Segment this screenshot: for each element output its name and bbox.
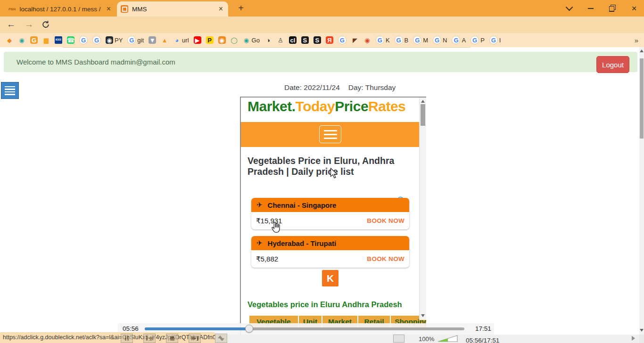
reload-icon[interactable] (41, 20, 50, 31)
seek-thumb[interactable] (245, 325, 253, 333)
total-time: 17:51 (475, 325, 491, 332)
book-now-button[interactable]: BOOK NOW (367, 255, 405, 262)
bookmark-google-b[interactable]: GB (395, 36, 409, 44)
bookmark-orange-g[interactable]: G (30, 36, 38, 44)
welcome-text: Welcome to MMS Dashboard madmin@gmail.co… (17, 52, 175, 72)
google-n-icon: G (433, 36, 441, 44)
flight-ad-1[interactable]: ✈ Chennai - Singapore ₹15,931 BOOK NOW (251, 198, 409, 229)
speaker-icon[interactable] (437, 334, 460, 343)
frame-scrollbar[interactable] (419, 98, 426, 320)
flight-ad-2[interactable]: ✈ Hyderabad - Tirupati ₹5,882 BOOK NOW (251, 236, 409, 268)
bookmark-label: Go (252, 37, 260, 44)
bookmark-p-yellow[interactable]: P (206, 36, 214, 44)
player-option-box[interactable] (393, 335, 405, 343)
player-transport-controls (121, 334, 227, 343)
scroll-up-icon[interactable] (421, 100, 425, 103)
forward-icon[interactable]: → (25, 19, 33, 30)
bookmark-google-git[interactable]: Ggit (127, 36, 144, 44)
scroll-down-icon[interactable] (421, 314, 425, 317)
tab-phpmyadmin[interactable]: PMA localhost / 127.0.0.1 / mess / use × (5, 2, 116, 16)
seek-track[interactable] (145, 327, 464, 330)
bookmark-label: M (423, 37, 428, 44)
swirl-teal-icon: ◉ (18, 36, 25, 44)
scroll-down-icon[interactable] (640, 329, 644, 332)
site-brand-title: Market.TodayPriceRates (248, 98, 405, 114)
bookmark-kite[interactable]: ◆ (6, 36, 13, 44)
url-swirl-icon: ◕ (173, 36, 181, 44)
market-site-frame: Market.TodayPriceRates Vegetables Price … (240, 97, 426, 343)
ad-header: ✈ Chennai - Singapore (251, 198, 409, 212)
bookmark-google-g-3[interactable]: G (338, 36, 347, 44)
logout-button[interactable]: Logout (596, 56, 629, 73)
penguin-icon: ◑ (264, 36, 272, 44)
bookmark-plane-dark[interactable]: ◤ (351, 36, 359, 44)
new-tab-button[interactable]: + (235, 2, 247, 14)
bookmark-whatsapp[interactable]: ☎ (67, 36, 74, 44)
site-navbar-toggle-button[interactable] (319, 125, 341, 143)
bookmark-cl-black[interactable]: cl (289, 36, 297, 44)
pause-button[interactable] (121, 334, 133, 343)
tab-close-icon[interactable]: × (105, 5, 112, 13)
bookmarks-overflow-chevron[interactable]: » (635, 33, 638, 47)
page-scrollbar[interactable] (639, 47, 644, 335)
ad-price: ₹5,882 (256, 255, 278, 263)
play-arrow-icon[interactable] (632, 336, 635, 341)
back-icon[interactable]: ← (7, 19, 16, 30)
page-scrollbar-thumb[interactable] (640, 58, 644, 139)
bookmark-camera-orange[interactable]: ◉ (218, 36, 226, 44)
bookmark-google-m[interactable]: GM (413, 36, 428, 44)
bookmark-archive-gray[interactable]: ▼ (149, 36, 156, 44)
bookmark-swirl-teal[interactable]: ◉ (18, 36, 25, 44)
frame-scrollbar-thumb[interactable] (421, 104, 425, 126)
brand-segment: Rates (368, 98, 405, 114)
pma-sail-icon: ▲ (161, 36, 168, 44)
tab-close-icon[interactable]: × (217, 5, 224, 13)
tab-title: localhost / 127.0.0.1 / mess / use (20, 6, 101, 13)
bookmark-analytics-bars[interactable]: ▆ (42, 36, 50, 44)
bookmark-youtube[interactable]: ▶ (194, 36, 201, 44)
next-button[interactable] (189, 334, 201, 343)
sidebar-menu-button[interactable] (1, 82, 19, 99)
bookmark-pma-sail[interactable]: ▲ (161, 36, 168, 44)
book-now-button[interactable]: BOOK NOW (367, 217, 405, 224)
previous-button[interactable] (143, 334, 156, 343)
google-b-icon: G (395, 36, 403, 44)
bookmark-label: url (182, 37, 189, 44)
archive-gray-icon: ▼ (149, 36, 156, 44)
bookmarks-bar: ◆◉G▆IEEE☎GG◉PYGgit▼▲◕url▶P◉◯◉Go◑♙clSSЯG◤… (0, 33, 644, 47)
github-icon: ◉ (106, 36, 113, 44)
brand-segment: Today (296, 98, 335, 114)
google-g-2-icon: G (92, 36, 101, 44)
window-close-button[interactable]: × (627, 0, 641, 16)
bookmark-github[interactable]: ◉PY (106, 36, 123, 44)
bookmark-google-g-2[interactable]: G (92, 36, 101, 44)
swirl-teal-2-icon: ◉ (243, 36, 250, 44)
bookmark-google-n[interactable]: GN (433, 36, 447, 44)
stop-button[interactable] (166, 334, 178, 343)
bookmark-red-eye[interactable]: ◉ (363, 36, 371, 44)
bookmark-penguin[interactable]: ◑ (264, 36, 272, 44)
bookmark-yandex[interactable]: Я (326, 36, 333, 44)
playlist-button[interactable] (215, 334, 227, 343)
bookmark-url-swirl[interactable]: ◕url (173, 36, 189, 44)
bookmark-ieee[interactable]: IEEE (55, 36, 62, 44)
bookmark-google-p[interactable]: GP (471, 36, 485, 44)
bookmark-google-g-1[interactable]: G (79, 36, 88, 44)
bookmark-google-k[interactable]: GK (376, 36, 390, 44)
runner-icon: ♙ (277, 36, 284, 44)
brand-segment: Market. (248, 98, 296, 114)
green-ring-icon: ◯ (231, 36, 238, 44)
bookmark-s-dark-1[interactable]: S (301, 36, 309, 44)
window-restore-button[interactable] (605, 0, 619, 16)
kite-icon: ◆ (6, 36, 13, 44)
window-minimize-button[interactable] (584, 0, 598, 16)
bookmark-runner[interactable]: ♙ (277, 36, 284, 44)
bookmark-swirl-teal-2[interactable]: ◉Go (243, 36, 260, 44)
bookmark-s-dark-2[interactable]: S (314, 36, 321, 44)
bookmark-google-a[interactable]: GA (452, 36, 466, 44)
tab-mms-active[interactable]: MMS × (117, 1, 228, 16)
bookmark-green-ring[interactable]: ◯ (231, 36, 238, 44)
tab-search-chevron-icon[interactable] (562, 0, 576, 16)
scroll-up-icon[interactable] (640, 49, 644, 52)
bookmark-google-i[interactable]: GI (489, 36, 501, 44)
